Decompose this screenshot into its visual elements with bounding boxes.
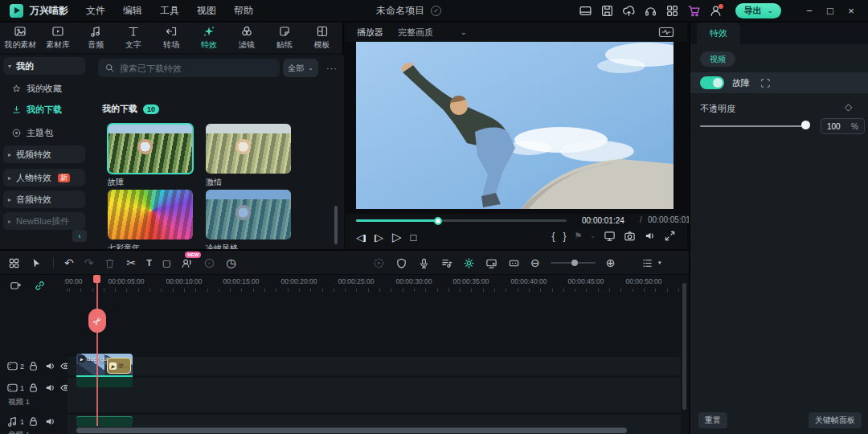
- menu-help[interactable]: 帮助: [234, 4, 253, 18]
- sidebar-group-audio-fx[interactable]: ▸ 音频特效: [3, 190, 85, 208]
- track-lane-video2[interactable]: [68, 357, 681, 375]
- audio-to-text-button[interactable]: [440, 257, 452, 269]
- snapshot-camera-icon[interactable]: [624, 230, 636, 242]
- effects-scrollbar[interactable]: [334, 206, 338, 244]
- more-options-button[interactable]: ···: [323, 59, 341, 77]
- media-type-pill[interactable]: 视频: [700, 51, 735, 67]
- save-icon[interactable]: [600, 4, 614, 18]
- mark-in-button[interactable]: {: [551, 231, 555, 242]
- timeline-horizontal-scrollbar[interactable]: [76, 428, 627, 433]
- fullscreen-icon[interactable]: [664, 230, 676, 242]
- sidebar-collapse-button[interactable]: ‹: [72, 230, 87, 242]
- cloud-upload-icon[interactable]: [622, 4, 636, 18]
- search-box[interactable]: [98, 59, 280, 77]
- color-palette-button[interactable]: [203, 257, 215, 269]
- opacity-slider[interactable]: [700, 125, 807, 127]
- sidebar-group-my[interactable]: ▾ 我的: [3, 57, 85, 75]
- mark-out-button[interactable]: }: [563, 231, 566, 242]
- reset-button[interactable]: 重置: [698, 412, 727, 428]
- sidebar-group-video-fx[interactable]: ▸ 视频特效: [3, 145, 85, 163]
- mirror-display-icon[interactable]: [604, 230, 616, 242]
- link-clips-icon[interactable]: [34, 280, 46, 292]
- effect-thumb-rainbow[interactable]: [108, 190, 193, 240]
- keyframe-diamond-icon[interactable]: ◇: [845, 101, 852, 113]
- video-frame[interactable]: [356, 42, 674, 209]
- menu-file[interactable]: 文件: [86, 4, 105, 18]
- crop-tool-button[interactable]: ▢: [162, 258, 170, 268]
- render-preview-button[interactable]: [373, 257, 385, 269]
- zoom-in-button[interactable]: ⊕: [606, 257, 616, 268]
- speed-timer-button[interactable]: ◷: [226, 257, 235, 268]
- effect-clip[interactable]: ▶ 故障: [107, 358, 131, 374]
- opacity-slider-handle[interactable]: [801, 121, 810, 129]
- effect-thumb-glitch[interactable]: [108, 124, 193, 174]
- export-button[interactable]: 导出 ⌄: [735, 3, 781, 18]
- tab-templates[interactable]: 模板: [303, 23, 341, 53]
- marker-button[interactable]: ⚑: [574, 231, 582, 241]
- smart-effects-button[interactable]: [463, 257, 475, 269]
- lock-track-icon[interactable]: [27, 382, 39, 394]
- effect-thumb-cool[interactable]: [206, 190, 291, 240]
- zoom-slider-handle[interactable]: [571, 260, 578, 266]
- menu-tools[interactable]: 工具: [160, 4, 179, 18]
- tab-stickers[interactable]: 贴纸: [265, 23, 303, 53]
- mute-track-icon[interactable]: [44, 416, 56, 428]
- sidebar-group-character-fx[interactable]: ▸ 人物特效 新: [3, 169, 85, 186]
- next-frame-button[interactable]: ▷: [375, 231, 384, 244]
- support-headset-icon[interactable]: [644, 4, 657, 18]
- tab-audio[interactable]: 音频: [77, 23, 115, 53]
- sidebar-item-favorites[interactable]: 我的收藏: [11, 80, 85, 96]
- text-tool-button[interactable]: T: [146, 258, 152, 268]
- track-manager-button[interactable]: [641, 257, 653, 269]
- mute-track-icon[interactable]: [44, 360, 56, 372]
- playhead-line[interactable]: [96, 275, 98, 426]
- playhead-pin[interactable]: [93, 275, 100, 283]
- quality-dropdown[interactable]: 完整画质: [398, 27, 433, 39]
- sidebar-group-newblue[interactable]: ▸ NewBlue插件: [3, 212, 85, 230]
- export-dropdown-icon[interactable]: ⌄: [767, 6, 773, 14]
- undo-button[interactable]: ↶: [64, 257, 74, 268]
- marker-strip-button[interactable]: [508, 257, 520, 269]
- timeline-zoom-slider[interactable]: [551, 262, 596, 264]
- tab-filters[interactable]: 滤镜: [227, 23, 265, 53]
- playhead-scissors-handle[interactable]: ✂: [88, 309, 106, 333]
- filter-dropdown[interactable]: 全部 ⌄: [283, 59, 318, 77]
- audio-strip[interactable]: [76, 416, 133, 427]
- search-input[interactable]: [120, 63, 273, 73]
- tab-my-media[interactable]: 我的素材: [2, 23, 39, 53]
- seek-handle[interactable]: [434, 217, 442, 225]
- inspector-tab-effects[interactable]: 特效: [697, 23, 740, 44]
- play-button[interactable]: ▷: [392, 230, 402, 244]
- screen-record-button[interactable]: [485, 257, 497, 269]
- volume-icon[interactable]: [644, 230, 656, 242]
- scope-view-icon[interactable]: [658, 26, 674, 39]
- split-scissors-button[interactable]: ✂: [126, 257, 136, 268]
- account-icon[interactable]: [709, 4, 723, 18]
- shield-mask-button[interactable]: [395, 257, 407, 269]
- marker-dropdown-icon[interactable]: ⌄: [590, 232, 596, 240]
- zoom-out-button[interactable]: ⊖: [530, 257, 540, 268]
- tab-text[interactable]: 文字: [115, 23, 153, 53]
- sidebar-item-downloads[interactable]: 我的下载: [11, 101, 85, 117]
- stop-button[interactable]: □: [411, 231, 417, 244]
- timeline-vertical-scrollbar[interactable]: [682, 283, 686, 410]
- effect-thumb-passion[interactable]: [206, 124, 291, 174]
- selection-corners-icon[interactable]: [760, 77, 771, 88]
- maximize-button[interactable]: □: [820, 5, 841, 17]
- track-lane-video1[interactable]: [68, 378, 681, 412]
- delete-button[interactable]: [104, 257, 116, 269]
- tab-effects[interactable]: 特效: [190, 23, 227, 53]
- close-button[interactable]: ×: [841, 5, 862, 17]
- speech-to-text-button[interactable]: NEW: [181, 257, 193, 269]
- record-voiceover-button[interactable]: [418, 257, 430, 269]
- opacity-value-box[interactable]: 100 %: [821, 118, 865, 134]
- lock-track-icon[interactable]: [27, 416, 39, 428]
- menu-view[interactable]: 视图: [197, 4, 216, 18]
- seek-bar[interactable]: [356, 219, 567, 222]
- effect-enable-toggle[interactable]: [700, 76, 724, 89]
- minimize-button[interactable]: −: [799, 5, 820, 17]
- timeline-lanes[interactable]: ▶ user guide ▶ 故障: [68, 275, 681, 434]
- keyframe-panel-button[interactable]: 关键帧面板: [809, 412, 862, 428]
- redo-button[interactable]: ↷: [84, 257, 94, 268]
- toolbox-icon[interactable]: [8, 257, 20, 269]
